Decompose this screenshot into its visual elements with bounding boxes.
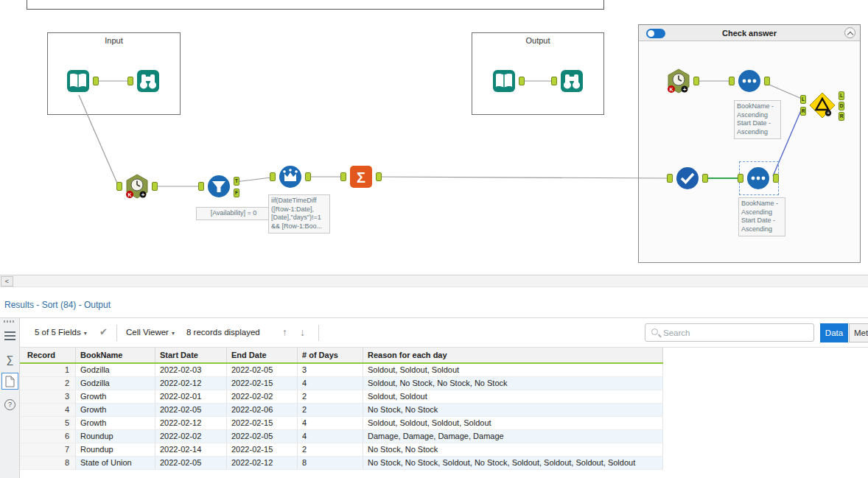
- table-row-1[interactable]: 1Godzilla2022-02-032022-02-053Soldout, S…: [20, 364, 663, 377]
- output-anchor[interactable]: [693, 77, 699, 85]
- input-anchor[interactable]: [198, 182, 204, 191]
- summarize-tool[interactable]: Σ: [348, 164, 374, 190]
- data-cell[interactable]: Godzilla: [76, 364, 155, 376]
- data-cell[interactable]: Growth: [76, 404, 155, 416]
- metadata-tab-button[interactable]: Meta: [849, 323, 868, 342]
- output-anchor[interactable]: [305, 172, 311, 181]
- column-header-4[interactable]: # of Days: [298, 348, 363, 362]
- data-cell[interactable]: Soldout, No Stock, No Stock, No Stock: [363, 377, 663, 390]
- input-anchor[interactable]: [738, 174, 743, 183]
- data-cell[interactable]: 2022-02-15: [227, 377, 298, 390]
- multi-row-formula-tool[interactable]: [277, 164, 304, 190]
- record-cell[interactable]: 4: [20, 404, 76, 416]
- fields-check-icon[interactable]: ✔: [99, 326, 108, 337]
- macro-tool-1[interactable]: K +: [665, 68, 692, 94]
- container-collapse-button[interactable]: [844, 27, 855, 38]
- table-row-4[interactable]: 4Growth2022-02-052022-02-062No Stock, No…: [20, 404, 663, 417]
- output-anchor[interactable]: [152, 182, 158, 191]
- true-anchor[interactable]: T: [234, 177, 239, 186]
- column-header-1[interactable]: BookName: [76, 348, 155, 362]
- data-cell[interactable]: 2022-02-05: [155, 457, 227, 469]
- arrow-down-icon[interactable]: ↓: [300, 326, 305, 338]
- column-header-3[interactable]: End Date: [227, 348, 298, 362]
- arrow-up-icon[interactable]: ↑: [282, 326, 287, 338]
- column-header-5[interactable]: Reason for each day: [363, 348, 663, 362]
- output-anchor[interactable]: [702, 174, 708, 183]
- record-cell[interactable]: 3: [20, 390, 76, 403]
- input-anchor[interactable]: [340, 172, 346, 181]
- output-anchor[interactable]: [93, 77, 99, 85]
- data-cell[interactable]: 2022-02-12: [155, 377, 227, 390]
- compare-test-tool[interactable]: + L R L D R: [808, 91, 837, 120]
- data-cell[interactable]: 2: [298, 443, 363, 456]
- data-cell[interactable]: 2022-02-05: [155, 404, 227, 416]
- macro-tool-2[interactable]: K +: [124, 173, 150, 200]
- sort-tool-2[interactable]: [745, 165, 771, 191]
- data-cell[interactable]: 8: [298, 457, 363, 469]
- workflow-canvas[interactable]: Input Output Check answer: [0, 0, 868, 275]
- cell-viewer-dropdown[interactable]: Cell Viewer▾: [126, 328, 175, 337]
- column-header-0[interactable]: Record: [20, 348, 76, 362]
- data-cell[interactable]: Soldout, Soldout, Soldout, Soldout: [363, 417, 663, 429]
- table-row-5[interactable]: 5Growth2022-02-122022-02-154Soldout, Sol…: [20, 417, 663, 430]
- output-anchor[interactable]: [764, 77, 770, 85]
- table-row-2[interactable]: 2Godzilla2022-02-122022-02-154Soldout, N…: [20, 377, 663, 390]
- data-cell[interactable]: 2022-02-12: [155, 417, 227, 429]
- data-cell[interactable]: Godzilla: [76, 377, 155, 390]
- input-data-tool-1[interactable]: [65, 68, 91, 94]
- results-messages-view-icon[interactable]: [1, 373, 18, 390]
- column-header-2[interactable]: Start Date: [155, 348, 227, 362]
- browse-tool-1[interactable]: [135, 68, 161, 94]
- record-cell[interactable]: 6: [20, 430, 76, 443]
- output-anchor[interactable]: [376, 172, 382, 181]
- table-row-7[interactable]: 7Roundup2022-02-142022-02-152No Stock, N…: [20, 443, 663, 457]
- check-tool[interactable]: [674, 165, 701, 191]
- data-cell[interactable]: No Stock, No Stock: [363, 404, 663, 416]
- data-cell[interactable]: No Stock, No Stock: [363, 443, 663, 456]
- data-cell[interactable]: 2022-02-02: [227, 390, 298, 403]
- data-cell[interactable]: 2: [298, 404, 363, 416]
- record-cell[interactable]: 8: [20, 457, 76, 469]
- input-anchor[interactable]: [127, 77, 133, 85]
- fields-dropdown[interactable]: 5 of 5 Fields▾: [35, 328, 87, 337]
- data-cell[interactable]: 2022-02-01: [155, 390, 227, 403]
- data-cell[interactable]: 2022-02-05: [227, 364, 298, 376]
- table-row-8[interactable]: 8State of Union2022-02-052022-02-128No S…: [20, 457, 663, 470]
- data-cell[interactable]: 2: [298, 390, 363, 403]
- input-anchor[interactable]: [270, 172, 276, 181]
- table-row-3[interactable]: 3Growth2022-02-012022-02-022Soldout, Sol…: [20, 390, 663, 404]
- data-cell[interactable]: 2022-02-03: [155, 364, 227, 376]
- data-cell[interactable]: 2022-02-02: [155, 430, 227, 443]
- record-cell[interactable]: 5: [20, 417, 76, 429]
- data-cell[interactable]: 4: [298, 417, 363, 429]
- panel-grip[interactable]: [4, 320, 15, 323]
- data-cell[interactable]: Roundup: [76, 443, 155, 456]
- scroll-left-button[interactable]: <: [1, 276, 13, 287]
- data-cell[interactable]: 2022-02-14: [155, 443, 227, 456]
- table-row-6[interactable]: 6Roundup2022-02-022022-02-054Damage, Dam…: [20, 430, 663, 443]
- output-anchor[interactable]: [773, 174, 779, 183]
- data-cell[interactable]: State of Union: [76, 457, 155, 469]
- right-anchor-r[interactable]: R: [839, 112, 844, 121]
- data-cell[interactable]: Damage, Damage, Damage, Damage: [363, 430, 663, 443]
- record-cell[interactable]: 7: [20, 443, 76, 456]
- results-grid-view-icon[interactable]: [1, 327, 18, 344]
- data-cell[interactable]: 4: [298, 430, 363, 443]
- input-anchor[interactable]: [667, 174, 673, 183]
- right-anchor-l[interactable]: L: [839, 91, 844, 100]
- data-cell[interactable]: 4: [298, 377, 363, 390]
- browse-tool-2[interactable]: [559, 68, 585, 94]
- data-cell[interactable]: Growth: [76, 390, 155, 403]
- input-data-tool-2[interactable]: [491, 68, 517, 94]
- data-cell[interactable]: Soldout, Soldout, Soldout: [363, 364, 663, 376]
- data-cell[interactable]: 2022-02-15: [227, 417, 298, 429]
- false-anchor[interactable]: F: [234, 189, 239, 197]
- canvas-hscrollbar[interactable]: <: [0, 275, 868, 287]
- data-cell[interactable]: 2022-02-15: [227, 443, 298, 456]
- data-cell[interactable]: 3: [298, 364, 363, 376]
- data-cell[interactable]: 2022-02-05: [227, 430, 298, 443]
- search-input[interactable]: [663, 326, 811, 340]
- left-anchor-r[interactable]: R: [800, 107, 806, 116]
- data-tab-button[interactable]: Data: [820, 323, 848, 342]
- input-anchor[interactable]: [729, 77, 735, 85]
